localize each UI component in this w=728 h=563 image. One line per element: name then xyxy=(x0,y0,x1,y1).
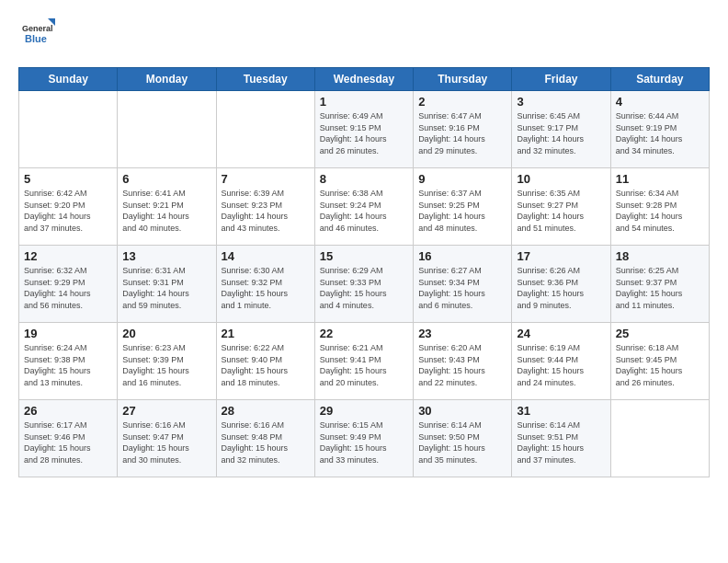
day-number: 3 xyxy=(517,95,605,109)
day-number: 17 xyxy=(517,249,605,263)
cell-info: Sunrise: 6:49 AM Sunset: 9:15 PM Dayligh… xyxy=(320,110,408,156)
day-number: 22 xyxy=(320,327,408,340)
day-number: 16 xyxy=(418,249,506,263)
cell-info: Sunrise: 6:25 AM Sunset: 9:37 PM Dayligh… xyxy=(616,265,704,311)
cell-info: Sunrise: 6:27 AM Sunset: 9:34 PM Dayligh… xyxy=(418,265,506,311)
logo-svg-container: General Blue xyxy=(18,15,55,56)
calendar-cell xyxy=(19,91,118,168)
day-number: 27 xyxy=(122,404,210,418)
calendar-week-row: 1Sunrise: 6:49 AM Sunset: 9:15 PM Daylig… xyxy=(19,91,710,168)
day-number: 31 xyxy=(517,404,605,418)
cell-info: Sunrise: 6:19 AM Sunset: 9:44 PM Dayligh… xyxy=(517,342,605,388)
day-number: 21 xyxy=(222,327,310,340)
cell-info: Sunrise: 6:16 AM Sunset: 9:47 PM Dayligh… xyxy=(122,419,210,465)
cell-info: Sunrise: 6:14 AM Sunset: 9:51 PM Dayligh… xyxy=(517,419,605,465)
calendar-cell: 26Sunrise: 6:17 AM Sunset: 9:46 PM Dayli… xyxy=(19,400,118,477)
cell-info: Sunrise: 6:44 AM Sunset: 9:19 PM Dayligh… xyxy=(616,110,704,156)
cell-info: Sunrise: 6:42 AM Sunset: 9:20 PM Dayligh… xyxy=(24,188,112,234)
logo-svg: General Blue xyxy=(18,15,55,52)
day-number: 15 xyxy=(320,249,408,263)
calendar-cell: 8Sunrise: 6:38 AM Sunset: 9:24 PM Daylig… xyxy=(314,168,413,246)
cell-info: Sunrise: 6:37 AM Sunset: 9:25 PM Dayligh… xyxy=(418,188,506,234)
day-number: 14 xyxy=(222,249,310,263)
calendar-cell: 29Sunrise: 6:15 AM Sunset: 9:49 PM Dayli… xyxy=(314,400,413,477)
calendar-cell: 3Sunrise: 6:45 AM Sunset: 9:17 PM Daylig… xyxy=(512,91,610,168)
calendar-cell: 30Sunrise: 6:14 AM Sunset: 9:50 PM Dayli… xyxy=(414,400,512,477)
day-number: 8 xyxy=(320,172,408,186)
cell-info: Sunrise: 6:14 AM Sunset: 9:50 PM Dayligh… xyxy=(418,419,506,465)
page-header: General Blue xyxy=(18,15,710,56)
weekday-header: Sunday xyxy=(19,68,118,91)
weekday-row: SundayMondayTuesdayWednesdayThursdayFrid… xyxy=(19,68,710,91)
day-number: 12 xyxy=(24,249,112,263)
cell-info: Sunrise: 6:35 AM Sunset: 9:27 PM Dayligh… xyxy=(517,188,605,234)
calendar-cell: 6Sunrise: 6:41 AM Sunset: 9:21 PM Daylig… xyxy=(118,168,216,246)
calendar-cell: 14Sunrise: 6:30 AM Sunset: 9:32 PM Dayli… xyxy=(216,246,314,323)
calendar-cell: 23Sunrise: 6:20 AM Sunset: 9:43 PM Dayli… xyxy=(414,323,512,400)
day-number: 9 xyxy=(418,172,506,186)
day-number: 18 xyxy=(616,249,704,263)
day-number: 11 xyxy=(616,172,704,186)
weekday-header: Thursday xyxy=(414,68,512,91)
calendar-header: SundayMondayTuesdayWednesdayThursdayFrid… xyxy=(19,68,710,91)
cell-info: Sunrise: 6:29 AM Sunset: 9:33 PM Dayligh… xyxy=(320,265,408,311)
cell-info: Sunrise: 6:22 AM Sunset: 9:40 PM Dayligh… xyxy=(222,342,310,388)
weekday-header: Tuesday xyxy=(216,68,314,91)
calendar-week-row: 12Sunrise: 6:32 AM Sunset: 9:29 PM Dayli… xyxy=(19,246,710,323)
cell-info: Sunrise: 6:32 AM Sunset: 9:29 PM Dayligh… xyxy=(24,265,112,311)
logo: General Blue xyxy=(18,15,61,56)
calendar-cell: 31Sunrise: 6:14 AM Sunset: 9:51 PM Dayli… xyxy=(512,400,610,477)
cell-info: Sunrise: 6:15 AM Sunset: 9:49 PM Dayligh… xyxy=(320,419,408,465)
calendar-cell: 15Sunrise: 6:29 AM Sunset: 9:33 PM Dayli… xyxy=(314,246,413,323)
calendar-cell: 4Sunrise: 6:44 AM Sunset: 9:19 PM Daylig… xyxy=(610,91,709,168)
day-number: 6 xyxy=(122,172,210,186)
day-number: 30 xyxy=(418,404,506,418)
calendar-week-row: 5Sunrise: 6:42 AM Sunset: 9:20 PM Daylig… xyxy=(19,168,710,246)
cell-info: Sunrise: 6:24 AM Sunset: 9:38 PM Dayligh… xyxy=(24,342,112,388)
day-number: 10 xyxy=(517,172,605,186)
calendar-cell: 13Sunrise: 6:31 AM Sunset: 9:31 PM Dayli… xyxy=(118,246,216,323)
calendar-table: SundayMondayTuesdayWednesdayThursdayFrid… xyxy=(18,67,710,477)
day-number: 5 xyxy=(24,172,112,186)
day-number: 25 xyxy=(616,327,704,340)
calendar-cell xyxy=(610,400,709,477)
cell-info: Sunrise: 6:31 AM Sunset: 9:31 PM Dayligh… xyxy=(122,265,210,311)
cell-info: Sunrise: 6:45 AM Sunset: 9:17 PM Dayligh… xyxy=(517,110,605,156)
day-number: 2 xyxy=(418,95,506,109)
calendar-cell: 11Sunrise: 6:34 AM Sunset: 9:28 PM Dayli… xyxy=(610,168,709,246)
calendar-cell: 9Sunrise: 6:37 AM Sunset: 9:25 PM Daylig… xyxy=(414,168,512,246)
cell-info: Sunrise: 6:18 AM Sunset: 9:45 PM Dayligh… xyxy=(616,342,704,388)
calendar-cell: 24Sunrise: 6:19 AM Sunset: 9:44 PM Dayli… xyxy=(512,323,610,400)
calendar-body: 1Sunrise: 6:49 AM Sunset: 9:15 PM Daylig… xyxy=(19,91,710,477)
calendar-cell: 22Sunrise: 6:21 AM Sunset: 9:41 PM Dayli… xyxy=(314,323,413,400)
cell-info: Sunrise: 6:23 AM Sunset: 9:39 PM Dayligh… xyxy=(122,342,210,388)
calendar-cell: 5Sunrise: 6:42 AM Sunset: 9:20 PM Daylig… xyxy=(19,168,118,246)
calendar-cell: 16Sunrise: 6:27 AM Sunset: 9:34 PM Dayli… xyxy=(414,246,512,323)
calendar-cell xyxy=(118,91,216,168)
calendar-cell: 20Sunrise: 6:23 AM Sunset: 9:39 PM Dayli… xyxy=(118,323,216,400)
cell-info: Sunrise: 6:21 AM Sunset: 9:41 PM Dayligh… xyxy=(320,342,408,388)
cell-info: Sunrise: 6:30 AM Sunset: 9:32 PM Dayligh… xyxy=(222,265,310,311)
day-number: 23 xyxy=(418,327,506,340)
cell-info: Sunrise: 6:47 AM Sunset: 9:16 PM Dayligh… xyxy=(418,110,506,156)
calendar-cell: 17Sunrise: 6:26 AM Sunset: 9:36 PM Dayli… xyxy=(512,246,610,323)
calendar-cell: 21Sunrise: 6:22 AM Sunset: 9:40 PM Dayli… xyxy=(216,323,314,400)
day-number: 19 xyxy=(24,327,112,340)
svg-text:Blue: Blue xyxy=(25,33,47,44)
weekday-header: Friday xyxy=(512,68,610,91)
calendar-cell: 27Sunrise: 6:16 AM Sunset: 9:47 PM Dayli… xyxy=(118,400,216,477)
calendar-cell: 25Sunrise: 6:18 AM Sunset: 9:45 PM Dayli… xyxy=(610,323,709,400)
weekday-header: Monday xyxy=(118,68,216,91)
cell-info: Sunrise: 6:41 AM Sunset: 9:21 PM Dayligh… xyxy=(122,188,210,234)
calendar-week-row: 26Sunrise: 6:17 AM Sunset: 9:46 PM Dayli… xyxy=(19,400,710,477)
day-number: 29 xyxy=(320,404,408,418)
cell-info: Sunrise: 6:17 AM Sunset: 9:46 PM Dayligh… xyxy=(24,419,112,465)
day-number: 20 xyxy=(122,327,210,340)
calendar-cell xyxy=(216,91,314,168)
day-number: 7 xyxy=(222,172,310,186)
calendar-cell: 10Sunrise: 6:35 AM Sunset: 9:27 PM Dayli… xyxy=(512,168,610,246)
calendar-cell: 2Sunrise: 6:47 AM Sunset: 9:16 PM Daylig… xyxy=(414,91,512,168)
day-number: 13 xyxy=(122,249,210,263)
svg-text:General: General xyxy=(22,24,53,33)
cell-info: Sunrise: 6:38 AM Sunset: 9:24 PM Dayligh… xyxy=(320,188,408,234)
